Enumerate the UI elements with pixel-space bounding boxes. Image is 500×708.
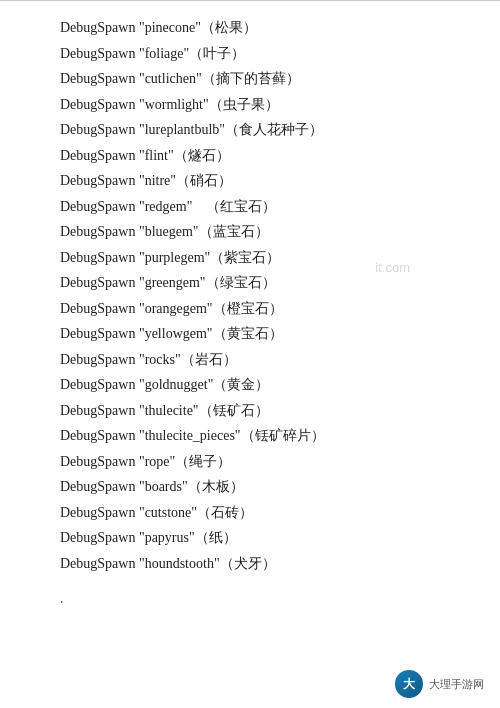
item-cn: （松果）	[201, 20, 257, 35]
item-cn: （绿宝石）	[206, 275, 276, 290]
list-item: DebugSpawn "orangegem"（橙宝石）	[60, 297, 440, 322]
command-label: DebugSpawn	[60, 326, 139, 341]
command-label: DebugSpawn	[60, 301, 139, 316]
item-name: "orangegem"	[139, 301, 213, 316]
item-name: "thulecite"	[139, 403, 199, 418]
list-item: DebugSpawn "wormlight"（虫子果）	[60, 93, 440, 118]
item-name: "foliage"	[139, 46, 189, 61]
command-label: DebugSpawn	[60, 97, 139, 112]
logo-text: 大理手游网	[429, 677, 484, 692]
command-label: DebugSpawn	[60, 403, 139, 418]
content-area: DebugSpawn "pinecone"（松果）DebugSpawn "fol…	[0, 9, 500, 587]
item-cn: （燧石）	[174, 148, 230, 163]
list-item: DebugSpawn "thulecite"（铥矿石）	[60, 399, 440, 424]
list-item: DebugSpawn "flint"（燧石）	[60, 144, 440, 169]
item-name: "goldnugget"	[139, 377, 213, 392]
item-name: "lureplantbulb"	[139, 122, 225, 137]
list-item: DebugSpawn "houndstooth"（犬牙）	[60, 552, 440, 577]
item-cn: （纸）	[195, 530, 237, 545]
item-cn: （食人花种子）	[225, 122, 323, 137]
item-cn: （紫宝石）	[210, 250, 280, 265]
command-label: DebugSpawn	[60, 505, 139, 520]
command-label: DebugSpawn	[60, 275, 139, 290]
command-label: DebugSpawn	[60, 556, 139, 571]
item-cn: （铥矿碎片）	[241, 428, 325, 443]
item-name: "boards"	[139, 479, 188, 494]
list-item: DebugSpawn "bluegem"（蓝宝石）	[60, 220, 440, 245]
item-cn: （铥矿石）	[199, 403, 269, 418]
item-cn: （红宝石）	[192, 199, 276, 214]
list-item: DebugSpawn "rocks"（岩石）	[60, 348, 440, 373]
list-item: DebugSpawn "thulecite_pieces"（铥矿碎片）	[60, 424, 440, 449]
item-name: "cutlichen"	[139, 71, 202, 86]
command-label: DebugSpawn	[60, 454, 139, 469]
list-item: DebugSpawn "cutlichen"（摘下的苔藓）	[60, 67, 440, 92]
item-name: "nitre"	[139, 173, 176, 188]
item-name: "rocks"	[139, 352, 181, 367]
item-name: "flint"	[139, 148, 174, 163]
item-name: "papyrus"	[139, 530, 195, 545]
item-name: "purplegem"	[139, 250, 210, 265]
command-label: DebugSpawn	[60, 352, 139, 367]
item-name: "rope"	[139, 454, 175, 469]
command-label: DebugSpawn	[60, 46, 139, 61]
list-item: DebugSpawn "pinecone"（松果）	[60, 16, 440, 41]
list-item: DebugSpawn "redgem" （红宝石）	[60, 195, 440, 220]
list-item: DebugSpawn "cutstone"（石砖）	[60, 501, 440, 526]
item-cn: （石砖）	[197, 505, 253, 520]
command-label: DebugSpawn	[60, 428, 139, 443]
item-name: "wormlight"	[139, 97, 209, 112]
list-item: DebugSpawn "purplegem"（紫宝石）	[60, 246, 440, 271]
list-item: DebugSpawn "greengem"（绿宝石）	[60, 271, 440, 296]
item-cn: （摘下的苔藓）	[202, 71, 300, 86]
list-item: DebugSpawn "papyrus"（纸）	[60, 526, 440, 551]
command-label: DebugSpawn	[60, 377, 139, 392]
item-cn: （绳子）	[175, 454, 231, 469]
item-name: "thulecite_pieces"	[139, 428, 241, 443]
list-item: DebugSpawn "nitre"（硝石）	[60, 169, 440, 194]
item-cn: （黄金）	[213, 377, 269, 392]
logo-area: 大 大理手游网	[395, 670, 484, 698]
item-cn: （犬牙）	[220, 556, 276, 571]
item-name: "redgem"	[139, 199, 192, 214]
item-cn: （橙宝石）	[213, 301, 283, 316]
item-name: "cutstone"	[139, 505, 197, 520]
top-divider	[0, 0, 500, 1]
command-label: DebugSpawn	[60, 530, 139, 545]
item-name: "pinecone"	[139, 20, 201, 35]
item-cn: （虫子果）	[209, 97, 279, 112]
item-name: "bluegem"	[139, 224, 199, 239]
item-name: "yellowgem"	[139, 326, 213, 341]
command-label: DebugSpawn	[60, 173, 139, 188]
item-cn: （黄宝石）	[213, 326, 283, 341]
command-label: DebugSpawn	[60, 199, 139, 214]
list-item: DebugSpawn "yellowgem"（黄宝石）	[60, 322, 440, 347]
item-cn: （木板）	[188, 479, 244, 494]
command-label: DebugSpawn	[60, 479, 139, 494]
list-item: DebugSpawn "rope"（绳子）	[60, 450, 440, 475]
command-label: DebugSpawn	[60, 148, 139, 163]
command-label: DebugSpawn	[60, 122, 139, 137]
command-label: DebugSpawn	[60, 20, 139, 35]
list-item: DebugSpawn "goldnugget"（黄金）	[60, 373, 440, 398]
item-cn: （硝石）	[176, 173, 232, 188]
item-cn: （叶子）	[189, 46, 245, 61]
bottom-dot: .	[0, 591, 500, 607]
item-name: "houndstooth"	[139, 556, 220, 571]
item-cn: （岩石）	[181, 352, 237, 367]
list-item: DebugSpawn "foliage"（叶子）	[60, 42, 440, 67]
list-item: DebugSpawn "boards"（木板）	[60, 475, 440, 500]
list-item: DebugSpawn "lureplantbulb"（食人花种子）	[60, 118, 440, 143]
command-label: DebugSpawn	[60, 71, 139, 86]
command-label: DebugSpawn	[60, 250, 139, 265]
command-label: DebugSpawn	[60, 224, 139, 239]
item-cn: （蓝宝石）	[199, 224, 269, 239]
logo-icon: 大	[395, 670, 423, 698]
item-name: "greengem"	[139, 275, 206, 290]
